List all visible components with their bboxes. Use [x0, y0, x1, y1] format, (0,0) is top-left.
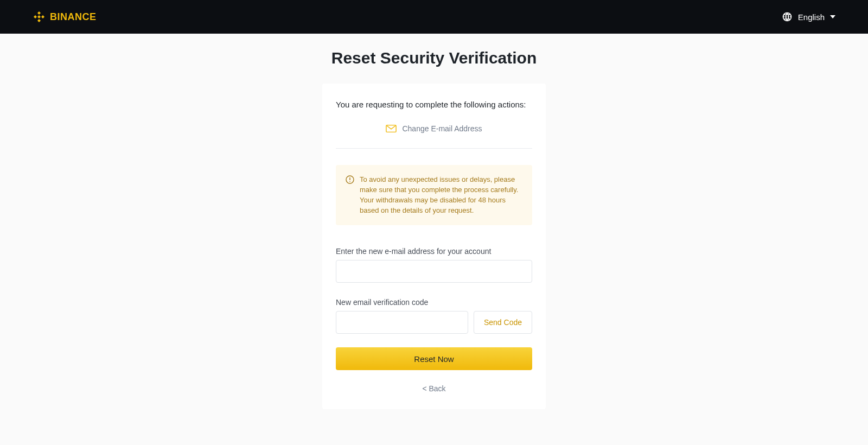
header: BINANCE English: [0, 0, 868, 34]
warning-box: To avoid any unexpected issues or delays…: [336, 165, 532, 225]
warning-text: To avoid any unexpected issues or delays…: [360, 175, 522, 215]
verification-code-label: New email verification code: [336, 298, 532, 307]
send-code-button[interactable]: Send Code: [474, 311, 532, 334]
language-label: English: [798, 12, 825, 22]
verification-code-input[interactable]: [336, 311, 468, 334]
svg-point-4: [349, 181, 350, 182]
request-text: You are requesting to complete the follo…: [336, 100, 532, 109]
reset-card: You are requesting to complete the follo…: [322, 84, 546, 409]
back-link[interactable]: < Back: [336, 384, 532, 393]
email-label: Enter the new e-mail address for your ac…: [336, 247, 532, 256]
action-label: Change E-mail Address: [402, 124, 482, 133]
warning-icon: [346, 175, 354, 184]
page-title: Reset Security Verification: [0, 49, 868, 67]
email-icon: [386, 124, 397, 133]
reset-now-button[interactable]: Reset Now: [336, 347, 532, 370]
brand-name: BINANCE: [50, 11, 97, 23]
action-row: Change E-mail Address: [336, 124, 532, 133]
brand-logo[interactable]: BINANCE: [33, 10, 97, 23]
language-selector[interactable]: English: [782, 11, 835, 22]
chevron-down-icon: [830, 15, 835, 18]
binance-logo-icon: [33, 10, 46, 23]
globe-icon: [782, 11, 793, 22]
email-input[interactable]: [336, 260, 532, 283]
divider: [336, 148, 532, 149]
